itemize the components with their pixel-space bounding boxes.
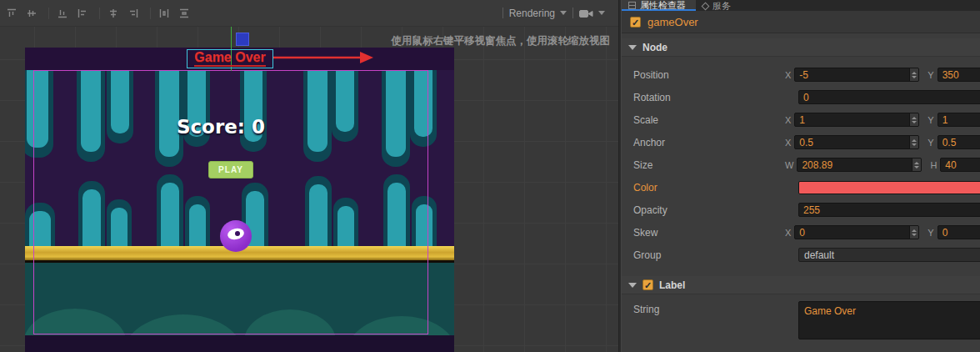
- bird-sprite[interactable]: [220, 220, 252, 252]
- bird-pupil: [235, 231, 240, 236]
- toolbar-separator: [572, 8, 573, 18]
- size-h-field[interactable]: [940, 158, 980, 172]
- group-select[interactable]: default: [798, 248, 980, 262]
- node-section-title: Node: [642, 42, 668, 53]
- inspector-panel: 属性检查器 服务 ✓ gameOver Node Position X: [622, 0, 980, 352]
- prop-row-position: Position X Y: [622, 63, 980, 86]
- toolbar-separator: [150, 8, 151, 19]
- camera-dropdown[interactable]: [579, 8, 605, 18]
- scene-viewport[interactable]: 使用鼠标右键平移视窗焦点，使用滚轮缩放视图: [0, 27, 618, 352]
- align-top-icon[interactable]: [3, 6, 20, 21]
- gizmo-rect-handle[interactable]: [236, 33, 249, 46]
- collapse-arrow-icon[interactable]: [628, 45, 637, 50]
- rotation-input[interactable]: [799, 91, 980, 103]
- collapse-arrow-icon[interactable]: [628, 283, 637, 288]
- camera-icon: [579, 8, 593, 18]
- scene-panel: Rendering 使用鼠标右键平移视窗焦点，使用滚轮缩放视图: [0, 0, 618, 352]
- opacity-input[interactable]: [799, 204, 980, 216]
- anchor-x-field[interactable]: [794, 135, 919, 149]
- gameover-scene-label: Game Over: [194, 51, 265, 67]
- number-spinner[interactable]: [909, 68, 918, 81]
- move-gizmo-x-arrow[interactable]: [273, 50, 375, 65]
- node-header: ✓ gameOver: [622, 11, 980, 33]
- prop-row-size: Size W H: [622, 153, 980, 176]
- skew-x-field[interactable]: [794, 225, 919, 239]
- node-name-label[interactable]: gameOver: [648, 16, 698, 28]
- score-label[interactable]: Score: 0: [133, 116, 308, 138]
- game-canvas[interactable]: Score: 0 PLAY: [25, 48, 454, 352]
- prop-row-group: Group default: [622, 244, 980, 266]
- position-x-input[interactable]: [795, 68, 909, 81]
- node-properties: Position X Y Rotation: [622, 57, 980, 266]
- label-enabled-checkbox[interactable]: ✓: [642, 279, 653, 290]
- toolbar-separator: [502, 8, 503, 18]
- node-section-header[interactable]: Node: [622, 38, 980, 57]
- prop-row-opacity: Opacity: [622, 199, 980, 221]
- anchor-x-input[interactable]: [795, 136, 909, 148]
- viewport-hint-text: 使用鼠标右键平移视窗焦点，使用滚轮缩放视图: [392, 34, 611, 48]
- rendering-dropdown[interactable]: Rendering: [509, 8, 567, 19]
- anchor-y-field[interactable]: [938, 135, 980, 149]
- toolbar-separator: [48, 8, 49, 19]
- scene-toolbar: Rendering: [0, 0, 618, 27]
- position-x-field[interactable]: [794, 68, 919, 82]
- prop-row-anchor: Anchor X Y: [622, 131, 980, 153]
- position-y-field[interactable]: [938, 68, 980, 82]
- selected-node-gameover[interactable]: Game Over: [187, 49, 273, 68]
- chevron-down-icon: [560, 11, 567, 15]
- prop-row-scale: Scale X Y: [622, 108, 980, 131]
- editor-window: Rendering 使用鼠标右键平移视窗焦点，使用滚轮缩放视图: [0, 0, 980, 352]
- position-y-input[interactable]: [938, 68, 980, 81]
- node-active-checkbox[interactable]: ✓: [630, 17, 641, 28]
- color-swatch[interactable]: [798, 181, 980, 194]
- skew-y-field[interactable]: [938, 225, 980, 239]
- size-h-input[interactable]: [941, 158, 980, 171]
- number-spinner[interactable]: [909, 136, 918, 148]
- prop-row-rotation: Rotation: [622, 86, 980, 108]
- prop-row-skew: Skew X Y: [622, 221, 980, 244]
- rendering-label: Rendering: [509, 8, 555, 19]
- services-tab-icon: [702, 2, 710, 10]
- skew-y-input[interactable]: [938, 226, 980, 239]
- label-section-header[interactable]: ✓ Label: [622, 276, 980, 294]
- string-textarea[interactable]: Game Over: [798, 301, 980, 339]
- align-left-icon[interactable]: [74, 6, 91, 21]
- scale-x-input[interactable]: [795, 113, 909, 126]
- prop-row-string: String Game Over: [622, 301, 980, 339]
- play-button[interactable]: PLAY: [208, 161, 253, 179]
- opacity-field[interactable]: [798, 203, 980, 217]
- game-scene-graphics: [25, 48, 454, 352]
- inspector-tab-icon: [628, 2, 636, 9]
- distribute-horizontal-icon[interactable]: [156, 6, 172, 21]
- size-w-field[interactable]: [797, 158, 922, 172]
- rotation-field[interactable]: [798, 90, 980, 104]
- number-spinner[interactable]: [909, 113, 918, 126]
- size-w-input[interactable]: [798, 158, 912, 171]
- toolbar-separator: [99, 8, 100, 19]
- align-right-icon[interactable]: [125, 6, 142, 21]
- anchor-y-input[interactable]: [938, 136, 980, 148]
- chevron-down-icon: [598, 11, 605, 15]
- distribute-vertical-icon[interactable]: [176, 6, 192, 21]
- skew-x-input[interactable]: [795, 226, 909, 239]
- align-center-icon[interactable]: [105, 6, 122, 21]
- tab-services[interactable]: 服务: [696, 0, 741, 11]
- number-spinner[interactable]: [909, 226, 918, 239]
- inspector-tab-bar: 属性检查器 服务: [622, 0, 980, 11]
- align-middle-icon[interactable]: [23, 6, 40, 21]
- scale-y-input[interactable]: [938, 113, 980, 126]
- render-controls: Rendering: [502, 8, 610, 19]
- scale-x-field[interactable]: [794, 113, 919, 127]
- prop-row-color: Color: [622, 176, 980, 199]
- align-bottom-icon[interactable]: [54, 6, 71, 21]
- scale-y-field[interactable]: [938, 113, 980, 127]
- tab-property-inspector[interactable]: 属性检查器: [622, 0, 696, 11]
- number-spinner[interactable]: [912, 158, 921, 171]
- label-section-title: Label: [659, 279, 685, 291]
